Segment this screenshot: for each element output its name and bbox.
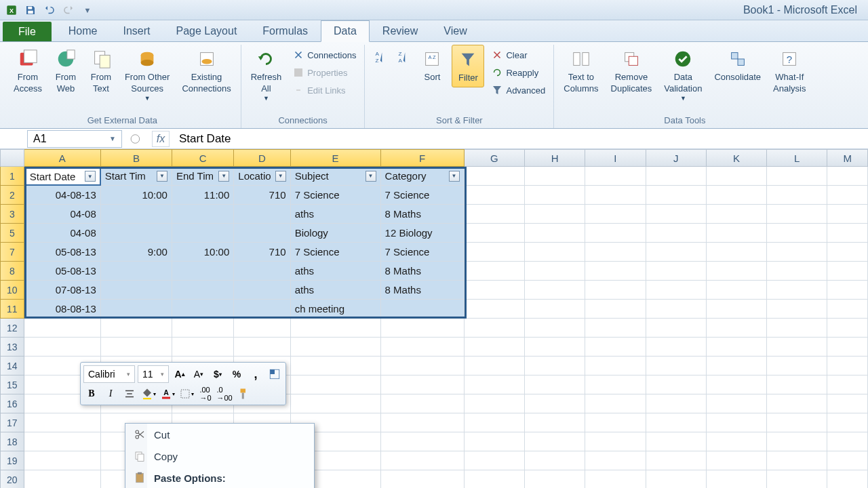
cell[interactable] [381,375,465,394]
cell[interactable]: 12 Biology [381,224,465,243]
cell[interactable] [646,394,707,413]
cell[interactable]: 05-08-13 [24,262,101,281]
cell[interactable] [465,281,525,300]
font-color-icon[interactable]: A▾ [159,386,176,402]
cell[interactable]: End Tim▼ [172,167,234,186]
cell[interactable] [767,357,827,375]
cell[interactable] [101,262,172,281]
cell[interactable] [707,167,767,186]
font-name-dropdown[interactable]: Calibri▾ [83,365,135,383]
menu-copy[interactable]: Copy [125,445,314,467]
menu-cut[interactable]: Cut [125,424,314,445]
connections-button[interactable]: Connections [290,47,359,62]
cell[interactable] [707,243,767,262]
row-header[interactable]: 1 [0,167,24,186]
column-header[interactable]: D [234,149,290,167]
cell[interactable] [585,394,646,413]
grow-font-icon[interactable]: A▴ [172,366,188,382]
cell[interactable] [465,338,525,357]
borders-icon[interactable]: ▾ [178,386,195,402]
cell[interactable] [707,300,767,319]
column-header[interactable]: J [646,149,707,167]
column-header[interactable]: I [585,149,646,167]
cell[interactable] [646,224,707,243]
cell[interactable] [172,205,234,224]
cell[interactable] [827,167,868,186]
cell[interactable] [465,432,525,451]
from-access-button[interactable]: FromAccess [9,45,46,98]
cell[interactable] [525,243,585,262]
tab-insert[interactable]: Insert [110,20,163,41]
cell[interactable] [585,186,646,205]
cell[interactable] [767,470,827,488]
select-all-corner[interactable] [0,149,24,167]
mini-toolbar[interactable]: Calibri▾ 11▾ A▴ A▾ $▾ % , B I ▾ A▾ ▾ .00… [80,362,286,405]
filter-dropdown-icon[interactable]: ▼ [275,171,286,182]
existing-connections-button[interactable]: ExistingConnections [178,45,235,98]
chevron-down-icon[interactable]: ▼ [109,135,116,142]
cell[interactable] [172,338,234,357]
fill-color-icon[interactable]: ▾ [140,386,157,402]
cell[interactable] [767,186,827,205]
cell[interactable] [646,432,707,451]
cell[interactable] [24,470,101,488]
cell[interactable] [234,224,290,243]
cell[interactable] [525,262,585,281]
cell[interactable]: 11:00 [172,186,234,205]
cell[interactable] [291,375,381,394]
cell[interactable] [525,413,585,432]
cell[interactable] [291,357,381,375]
cell[interactable] [585,413,646,432]
sort-button[interactable]: A ZSort [416,45,448,86]
cell[interactable] [381,394,465,413]
row-header[interactable]: 8 [0,262,24,281]
column-header[interactable]: A [24,149,101,167]
tab-home[interactable]: Home [56,20,111,41]
cell[interactable]: Category▼ [381,167,465,186]
text-to-columns-button[interactable]: Text toColumns [559,45,602,98]
decrease-decimal-icon[interactable]: .0→00 [216,386,233,402]
cell[interactable] [827,451,868,470]
cell[interactable] [525,451,585,470]
cell[interactable] [24,338,101,357]
cell[interactable] [827,205,868,224]
cell[interactable] [707,205,767,224]
row-header[interactable]: 17 [0,413,24,432]
cell[interactable]: Start Tim▼ [101,167,172,186]
cell[interactable] [827,319,868,338]
cell[interactable]: aths [291,281,381,300]
fx-button[interactable] [129,131,146,147]
comma-icon[interactable]: , [248,366,264,382]
cell[interactable] [381,413,465,432]
row-header[interactable]: 19 [0,451,24,470]
data-validation-button[interactable]: DataValidation▼ [660,45,706,105]
from-web-button[interactable]: FromWeb [50,45,81,98]
cell[interactable] [767,167,827,186]
column-header[interactable]: K [707,149,767,167]
cell[interactable] [234,281,290,300]
cell[interactable] [585,300,646,319]
clear-button[interactable]: Clear [488,47,548,62]
cell[interactable]: 7 Science [291,243,381,262]
save-icon[interactable] [23,3,38,18]
cell[interactable]: 08-08-13 [24,300,101,319]
cell[interactable] [646,338,707,357]
cell[interactable] [465,224,525,243]
shrink-font-icon[interactable]: A▾ [191,366,207,382]
cell[interactable] [172,262,234,281]
formula-input[interactable] [175,131,446,147]
cell[interactable] [525,186,585,205]
cell[interactable] [585,432,646,451]
bold-icon[interactable]: B [83,386,100,402]
cell[interactable] [827,186,868,205]
cell[interactable] [525,375,585,394]
cell[interactable] [24,451,101,470]
cell[interactable] [465,262,525,281]
filter-button[interactable]: Filter [452,45,484,87]
whatif-button[interactable]: ?What-IfAnalysis [769,45,810,98]
cell[interactable] [585,281,646,300]
qat-dropdown-icon[interactable]: ▼ [80,3,95,18]
cell[interactable]: ch meeting [291,300,381,319]
cell[interactable] [646,357,707,375]
cell[interactable]: 710 [234,243,290,262]
